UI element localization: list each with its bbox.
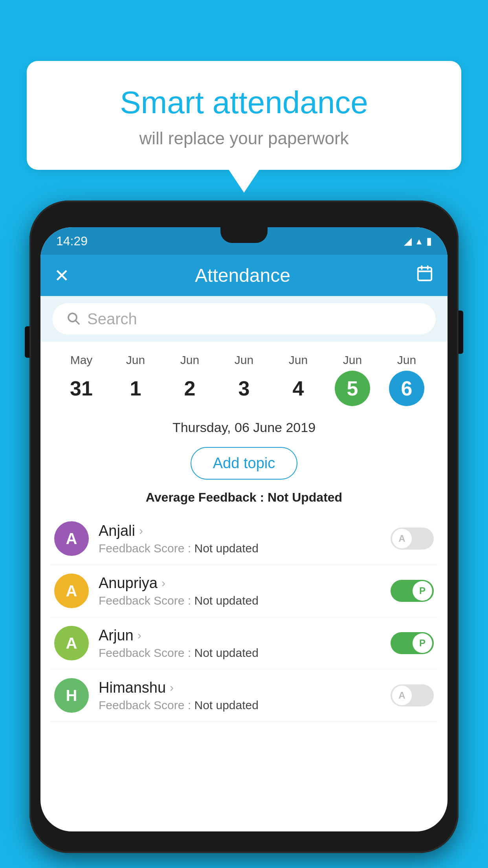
search-placeholder: Search bbox=[87, 310, 137, 328]
toggle-himanshu[interactable]: A bbox=[391, 684, 434, 706]
status-time: 14:29 bbox=[56, 234, 88, 248]
speech-bubble: Smart attendance will replace your paper… bbox=[27, 61, 461, 170]
wifi-icon: ◢ bbox=[404, 235, 412, 247]
phone-screen: 14:29 ◢ ▴ ▮ ✕ Attendance bbox=[40, 227, 448, 831]
toggle-anupriya[interactable]: P bbox=[391, 580, 434, 602]
phone-volume-button bbox=[25, 326, 29, 358]
avg-feedback: Average Feedback : Not Updated bbox=[40, 488, 448, 513]
app-toolbar: ✕ Attendance bbox=[40, 255, 448, 296]
student-info-arjun: Arjun › Feedback Score : Not updated bbox=[99, 627, 391, 660]
chevron-right-icon: › bbox=[170, 681, 174, 694]
chevron-right-icon: › bbox=[139, 524, 143, 537]
phone-notch bbox=[220, 227, 268, 243]
attendance-toggle-anjali[interactable]: A bbox=[391, 528, 434, 550]
add-topic-container: Add topic bbox=[40, 443, 448, 488]
battery-icon: ▮ bbox=[426, 235, 432, 247]
selected-date-label: Thursday, 06 June 2019 bbox=[40, 414, 448, 443]
student-item-anupriya[interactable]: A Anupriya › Feedback Score : Not update… bbox=[50, 565, 438, 617]
student-item-arjun[interactable]: A Arjun › Feedback Score : Not updated P bbox=[50, 617, 438, 669]
close-button[interactable]: ✕ bbox=[54, 265, 70, 286]
calendar-icon[interactable] bbox=[416, 265, 434, 287]
search-icon bbox=[66, 311, 80, 327]
student-list: A Anjali › Feedback Score : Not updated … bbox=[40, 513, 448, 722]
toggle-anjali[interactable]: A bbox=[391, 528, 434, 550]
chevron-right-icon: › bbox=[161, 576, 165, 590]
avatar-anjali: A bbox=[54, 521, 89, 556]
phone-frame: 14:29 ◢ ▴ ▮ ✕ Attendance bbox=[29, 200, 459, 853]
attendance-toggle-anupriya[interactable]: P bbox=[391, 580, 434, 602]
attendance-toggle-arjun[interactable]: P bbox=[391, 632, 434, 654]
svg-line-5 bbox=[76, 321, 79, 324]
avatar-anupriya: A bbox=[54, 574, 89, 608]
student-item-himanshu[interactable]: H Himanshu › Feedback Score : Not update… bbox=[50, 669, 438, 722]
search-container: Search bbox=[40, 296, 448, 342]
date-may-31[interactable]: May 31 bbox=[58, 353, 105, 406]
signal-icon: ▴ bbox=[416, 235, 422, 247]
svg-rect-0 bbox=[418, 267, 432, 280]
date-jun-5[interactable]: Jun 5 bbox=[329, 353, 376, 406]
student-info-anjali: Anjali › Feedback Score : Not updated bbox=[99, 522, 391, 555]
speech-bubble-tail bbox=[228, 169, 260, 193]
search-bar[interactable]: Search bbox=[52, 303, 436, 335]
avatar-arjun: A bbox=[54, 626, 89, 660]
date-jun-1[interactable]: Jun 1 bbox=[112, 353, 159, 406]
phone-frame-container: 14:29 ◢ ▴ ▮ ✕ Attendance bbox=[29, 200, 459, 853]
speech-bubble-subtitle: will replace your paperwork bbox=[58, 129, 430, 148]
toolbar-title: Attendance bbox=[70, 265, 416, 286]
avatar-himanshu: H bbox=[54, 678, 89, 713]
attendance-toggle-himanshu[interactable]: A bbox=[391, 684, 434, 706]
student-info-himanshu: Himanshu › Feedback Score : Not updated bbox=[99, 679, 391, 712]
date-jun-3[interactable]: Jun 3 bbox=[220, 353, 268, 406]
chevron-right-icon: › bbox=[138, 629, 141, 642]
speech-bubble-title: Smart attendance bbox=[58, 85, 430, 121]
date-jun-6[interactable]: Jun 6 bbox=[383, 353, 430, 406]
speech-bubble-container: Smart attendance will replace your paper… bbox=[27, 61, 461, 193]
student-item-anjali[interactable]: A Anjali › Feedback Score : Not updated … bbox=[50, 513, 438, 565]
add-topic-button[interactable]: Add topic bbox=[191, 447, 297, 480]
toggle-arjun[interactable]: P bbox=[391, 632, 434, 654]
status-icons: ◢ ▴ ▮ bbox=[404, 235, 432, 247]
phone-power-button bbox=[459, 311, 463, 354]
date-strip: May 31 Jun 1 Jun 2 Jun 3 Jun 4 bbox=[40, 342, 448, 414]
date-jun-4[interactable]: Jun 4 bbox=[275, 353, 322, 406]
date-jun-2[interactable]: Jun 2 bbox=[166, 353, 213, 406]
student-info-anupriya: Anupriya › Feedback Score : Not updated bbox=[99, 575, 391, 607]
